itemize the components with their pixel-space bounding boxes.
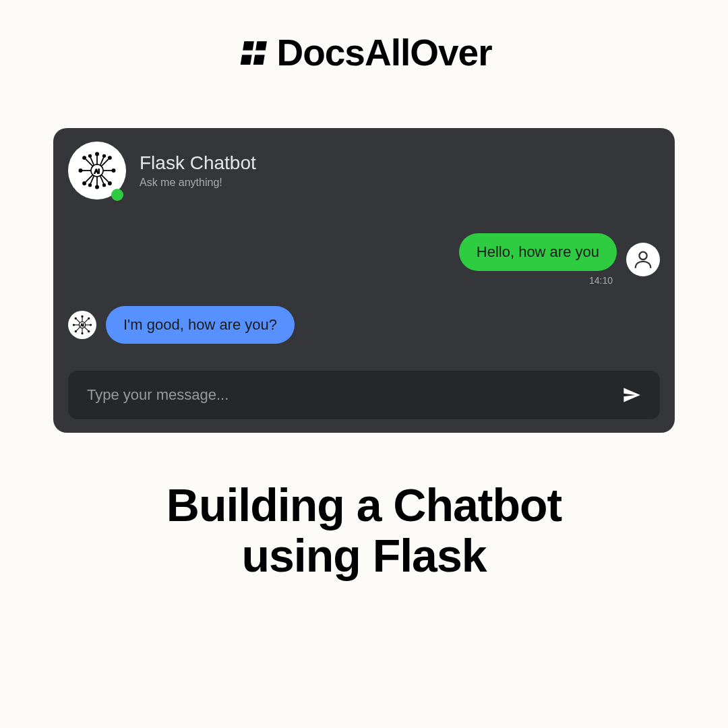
svg-point-43 (88, 317, 90, 319)
svg-point-28 (89, 184, 92, 187)
ai-chip-icon: AI (73, 147, 121, 194)
chat-header: AI Flask Chatbot (68, 142, 660, 200)
message-row-bot: AI I'm good, how are you? (68, 306, 660, 344)
svg-point-14 (83, 156, 86, 159)
svg-point-22 (103, 155, 106, 158)
svg-point-20 (109, 182, 111, 185)
message-input-bar[interactable]: Type your message... (68, 371, 660, 419)
svg-point-10 (79, 169, 82, 172)
send-icon[interactable] (622, 386, 641, 404)
bot-avatar-small: AI (68, 311, 96, 339)
svg-point-26 (103, 184, 106, 187)
brand-name: DocsAllOver (276, 31, 491, 74)
svg-line-42 (84, 319, 88, 322)
page-title-line2: using Flask (166, 530, 562, 581)
svg-point-8 (96, 185, 98, 188)
brand-header: DocsAllOver (236, 31, 491, 74)
user-avatar (626, 243, 660, 276)
svg-point-18 (83, 182, 86, 185)
messages-area: Hello, how are you 14:10 AI (68, 233, 660, 344)
svg-text:AI: AI (81, 324, 84, 327)
brand-logo-icon (236, 34, 274, 71)
bot-avatar: AI (68, 142, 126, 200)
svg-text:AI: AI (94, 168, 100, 175)
page-title: Building a Chatbot using Flask (166, 480, 562, 581)
svg-point-45 (75, 331, 76, 332)
message-input[interactable]: Type your message... (87, 386, 229, 404)
svg-line-46 (84, 327, 88, 330)
svg-point-12 (112, 169, 115, 172)
svg-point-37 (73, 324, 74, 326)
svg-point-47 (88, 331, 90, 332)
svg-point-35 (82, 333, 83, 334)
header-text: Flask Chatbot Ask me anything! (140, 152, 256, 189)
status-indicator (111, 189, 123, 201)
bot-message-bubble: I'm good, how are you? (106, 306, 295, 344)
svg-point-29 (639, 252, 646, 260)
svg-point-33 (82, 315, 83, 317)
svg-point-39 (90, 324, 92, 326)
svg-point-24 (89, 155, 92, 158)
svg-point-6 (96, 152, 98, 155)
bot-subtitle: Ask me anything! (140, 177, 256, 189)
page-title-line1: Building a Chatbot (166, 480, 562, 530)
svg-rect-2 (239, 51, 271, 55)
svg-point-41 (75, 317, 76, 319)
svg-point-16 (109, 156, 111, 159)
person-icon (632, 248, 655, 271)
ai-chip-icon: AI (70, 313, 94, 337)
chat-container: AI Flask Chatbot (53, 128, 675, 433)
message-timestamp: 14:10 (589, 275, 613, 286)
user-message-bubble: Hello, how are you (459, 233, 617, 271)
svg-line-40 (76, 319, 80, 322)
message-row-user: Hello, how are you 14:10 (68, 233, 660, 286)
svg-line-44 (76, 327, 80, 330)
bot-title: Flask Chatbot (140, 152, 256, 174)
